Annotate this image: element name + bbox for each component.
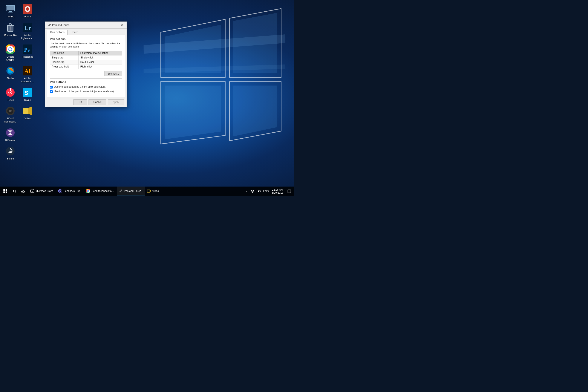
col-pen-action: Pen action [50,51,79,55]
dialog-footer: OK Cancel Apply [45,97,126,107]
taskbar-app-send-feedback[interactable]: Send feedback to ... [84,186,117,196]
pen-and-touch-dialog: Pen and Touch ✕ Pen Options Touch Pen ac… [45,22,127,107]
taskbar-app-feedback-hub-label: Feedback Hub [64,190,80,192]
checkbox-right-click-row: Use the pen button as a right-click equi… [50,85,122,88]
checkbox-erase-ink-label: Use the top of the pen to erase ink (whe… [54,90,114,93]
mouse-action-double-click: Double-click [78,60,122,64]
video-taskbar-icon [147,189,151,193]
svg-point-58 [252,192,253,193]
svg-rect-50 [32,191,33,192]
svg-rect-46 [24,190,25,191]
checkbox-erase-ink[interactable] [50,90,53,93]
settings-button[interactable]: Settings... [104,71,122,76]
table-row[interactable]: Double-tap Double-click [50,60,122,64]
taskbar-app-microsoft-store[interactable]: Microsoft Store [28,186,56,196]
tray-clock[interactable]: 12:06 AM 5/29/2018 [270,186,285,196]
taskbar-app-video-label: Video [152,190,159,192]
pen-action-press-hold: Press and hold [50,64,79,69]
mouse-action-single-click: Single-click [78,55,122,60]
taskbar: Microsoft Store Feedback Hub [0,186,294,196]
dialog-content: Pen actions Use the pen to interact with… [47,34,125,97]
volume-icon [257,190,261,193]
svg-marker-59 [258,190,259,192]
checkbox-erase-ink-row: Use the top of the pen to erase ink (whe… [50,90,122,93]
pen-buttons-section: Pen buttons Use the pen button as a righ… [50,80,122,93]
taskbar-taskview-button[interactable] [18,186,28,196]
svg-line-44 [15,192,16,193]
svg-rect-41 [4,192,5,193]
taskbar-app-feedback-hub[interactable]: Feedback Hub [56,186,84,196]
pen-action-double-tap: Double-tap [50,60,79,64]
pen-buttons-title: Pen buttons [50,80,122,84]
svg-rect-45 [21,190,23,191]
separator [50,78,122,79]
network-icon [251,190,254,193]
dialog-close-button[interactable]: ✕ [120,23,124,27]
chrome-taskbar-icon [86,189,90,193]
svg-point-43 [13,190,16,192]
table-row[interactable]: Press and hold Right-click [50,64,122,69]
dialog-titlebar: Pen and Touch ✕ [45,22,126,28]
taskbar-search-button[interactable] [11,186,18,196]
checkbox-right-click[interactable] [50,86,53,88]
pen-icon [48,24,51,27]
pen-actions-title: Pen actions [50,38,122,40]
svg-rect-40 [6,189,7,191]
tray-date: 5/29/2018 [272,191,283,194]
apply-button[interactable]: Apply [108,99,124,105]
taskbar-app-send-feedback-label: Send feedback to ... [92,190,114,192]
tray-network-button[interactable] [250,186,256,196]
feedback-hub-icon [58,189,62,193]
pen-actions-table: Pen action Equivalent mouse action Singl… [50,51,122,69]
pen-taskbar-icon [119,189,123,193]
taskbar-app-video[interactable]: Video [145,186,172,196]
dialog-overlay: Pen and Touch ✕ Pen Options Touch Pen ac… [0,0,294,196]
col-mouse-action: Equivalent mouse action [78,51,122,55]
pen-actions-desc: Use the pen to interact with items on th… [50,42,122,48]
svg-rect-60 [288,190,291,193]
svg-rect-48 [24,192,25,193]
tray-time: 12:06 AM [272,188,283,191]
tray-volume-button[interactable] [256,186,262,196]
windows-start-icon [4,189,7,193]
svg-rect-39 [4,189,5,191]
pen-action-single-tap: Single-tap [50,55,79,60]
svg-point-52 [60,190,61,192]
cancel-button[interactable]: Cancel [88,99,106,105]
settings-btn-row: Settings... [50,71,122,76]
svg-rect-56 [147,190,150,192]
svg-rect-42 [6,192,7,193]
mouse-action-right-click: Right-click [78,64,122,69]
svg-marker-57 [150,190,151,192]
search-icon [13,190,16,193]
tray-overflow-button[interactable] [243,186,249,196]
svg-rect-47 [21,192,23,193]
tab-pen-options[interactable]: Pen Options [47,30,68,35]
microsoft-store-icon [30,189,34,193]
dialog-tabs: Pen Options Touch [45,28,126,34]
dialog-title-text: Pen and Touch [52,24,70,27]
taskbar-tray: ENG 12:06 AM 5/29/2018 [242,186,294,196]
taskbar-apps: Microsoft Store Feedback Hub [28,186,242,196]
taskview-icon [21,190,25,193]
desktop: This PC Dota 2 [0,0,294,196]
dialog-title-left: Pen and Touch [48,24,70,27]
svg-point-55 [88,191,89,192]
taskbar-app-microsoft-store-label: Microsoft Store [36,190,53,192]
taskbar-start-button[interactable] [0,186,11,196]
taskbar-app-pen-and-touch[interactable]: Pen and Touch [117,186,145,196]
ok-button[interactable]: OK [74,99,87,105]
table-row[interactable]: Single-tap Single-click [50,55,122,60]
notification-icon [288,190,291,193]
checkbox-right-click-label: Use the pen button as a right-click equi… [54,85,105,88]
tray-notification-button[interactable] [286,186,293,196]
tray-language[interactable]: ENG [262,186,270,196]
taskbar-app-pen-and-touch-label: Pen and Touch [124,190,141,192]
tray-overflow-icon [245,190,247,193]
tab-touch[interactable]: Touch [68,30,82,35]
